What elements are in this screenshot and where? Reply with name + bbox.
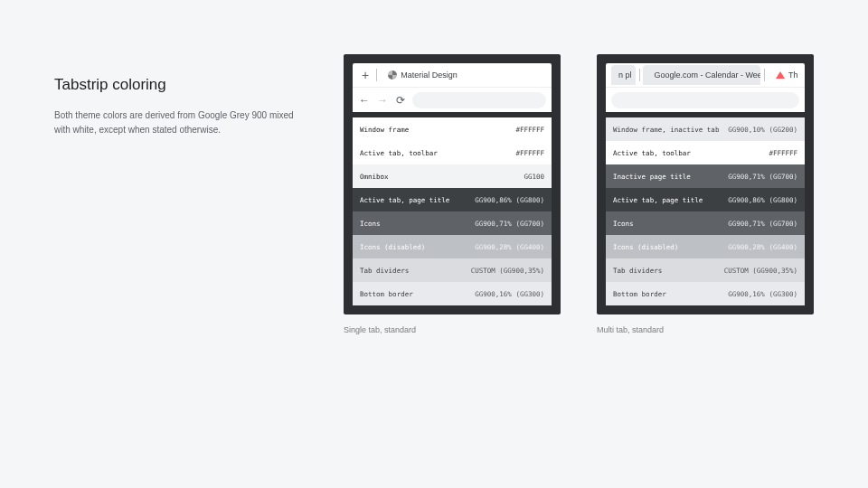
table-row: IconsGG900,71% (GG700) [606,211,805,235]
row-value: #FFFFFF [769,149,797,157]
page-description: Both theme colors are derived from Googl… [54,108,307,136]
browser-frame: n plGoogle.com - Calendar - Week of JThW… [597,54,814,314]
tabstrip: +Material Design [353,63,552,87]
row-label: Active tab, toolbar [360,149,438,157]
row-label: Icons [613,220,634,228]
active-tab[interactable]: Th [769,65,799,85]
color-table: Window frame#FFFFFFActive tab, toolbar#F… [353,117,552,305]
back-icon[interactable]: ← [358,94,371,107]
row-label: Bottom border [613,290,666,298]
table-row: Active tab, toolbar#FFFFFF [353,141,552,164]
toolbar: ←→⟳ [353,87,552,112]
toolbar [606,87,805,112]
example-0: +Material Design←→⟳Window frame#FFFFFFAc… [344,54,561,334]
row-value: GG900,71% (GG700) [728,220,797,228]
chrome-head: +Material Design←→⟳ [353,63,552,112]
row-value: GG900,86% (GG800) [475,196,544,204]
table-row: Bottom borderGG900,16% (GG300) [353,282,552,305]
tab-title: Material Design [401,70,458,80]
table-row: IconsGG900,71% (GG700) [353,211,552,235]
page-title: Tabstrip coloring [54,76,307,94]
omnibox[interactable] [611,92,799,108]
active-tab[interactable]: Material Design [381,65,465,85]
forward-icon[interactable]: → [376,94,389,107]
table-row: Inactive page titleGG900,71% (GG700) [606,164,805,188]
row-label: Inactive page title [613,173,691,181]
row-label: Window frame, inactive tab [613,126,719,134]
table-row: Active tab, toolbar#FFFFFF [606,141,805,164]
row-value: GG900,16% (GG300) [475,290,544,298]
tab-divider [764,69,765,81]
browser-frame: +Material Design←→⟳Window frame#FFFFFFAc… [344,54,561,314]
tab-title: Google.com - Calendar - Week of J [654,70,760,80]
inactive-tab[interactable]: Google.com - Calendar - Week of J [643,65,760,85]
row-label: Icons (disabled) [613,243,678,251]
tabstrip: n plGoogle.com - Calendar - Week of JTh [606,63,805,87]
example-caption: Multi tab, standard [597,325,814,334]
row-value: #FFFFFF [515,149,544,157]
row-label: Active tab, page title [613,196,703,204]
row-label: Icons (disabled) [360,243,425,251]
row-label: Active tab, page title [360,196,449,204]
tab-divider [376,69,377,81]
row-value: GG900,28% (GG400) [728,243,797,251]
table-row: Active tab, page titleGG900,86% (GG800) [353,188,552,211]
color-table: Window frame, inactive tabGG900,10% (GG2… [606,117,805,305]
row-value: GG100 [524,173,544,181]
airbnb-icon [776,71,785,79]
row-value: GG900,10% (GG200) [728,126,797,134]
row-label: Active tab, toolbar [613,149,691,157]
row-value: CUSTOM (GG900,35%) [471,267,544,275]
table-row: Bottom borderGG900,16% (GG300) [606,282,805,305]
row-label: Tab dividers [360,267,409,275]
tab-divider [639,69,640,81]
text-column: Tabstrip coloring Both theme colors are … [54,54,307,334]
row-label: Omnibox [360,173,389,181]
row-value: GG900,71% (GG700) [475,220,544,228]
row-label: Window frame [360,126,409,134]
table-row: Tab dividersCUSTOM (GG900,35%) [606,258,805,282]
tab-title: n pl [618,70,632,80]
table-row: Icons (disabled)GG900,28% (GG400) [353,235,552,258]
row-value: CUSTOM (GG900,35%) [724,267,797,275]
example-caption: Single tab, standard [344,325,561,334]
table-row: Window frame#FFFFFF [353,117,552,141]
material-icon [388,70,397,80]
reload-icon[interactable]: ⟳ [394,94,407,107]
table-row: Icons (disabled)GG900,28% (GG400) [606,235,805,258]
tab-title: Th [788,70,798,80]
row-value: GG900,16% (GG300) [728,290,797,298]
row-value: #FFFFFF [515,126,544,134]
table-row: Window frame, inactive tabGG900,10% (GG2… [606,117,805,141]
example-1: n plGoogle.com - Calendar - Week of JThW… [597,54,814,334]
row-label: Tab dividers [613,267,662,275]
row-value: GG900,28% (GG400) [475,243,544,251]
chrome-head: n plGoogle.com - Calendar - Week of JTh [606,63,805,112]
table-row: Active tab, page titleGG900,86% (GG800) [606,188,805,211]
inactive-tab[interactable]: n pl [611,65,636,85]
new-tab-button[interactable]: + [358,68,373,82]
row-value: GG900,86% (GG800) [728,196,797,204]
row-label: Icons [360,220,381,228]
table-row: Tab dividersCUSTOM (GG900,35%) [353,258,552,282]
row-label: Bottom border [360,290,413,298]
row-value: GG900,71% (GG700) [728,173,797,181]
table-row: OmniboxGG100 [353,164,552,188]
omnibox[interactable] [412,92,546,108]
